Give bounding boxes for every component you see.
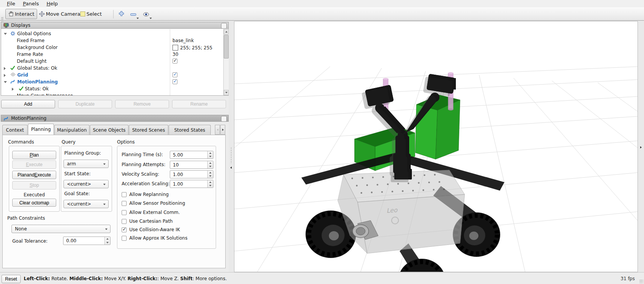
tab-context[interactable]: Context <box>2 125 28 135</box>
motionplanning-panel-titlebar[interactable]: MotionPlanning <box>1 115 229 122</box>
plan-button[interactable]: Plan <box>12 151 56 159</box>
tree-row-global-options[interactable]: Global Options <box>1 30 223 37</box>
tree-row-value[interactable]: 30 <box>172 52 178 57</box>
tab-manipulation[interactable]: Manipulation <box>54 125 89 135</box>
checkbox-allow-external-comm-[interactable]: Allow External Comm. <box>122 210 180 215</box>
tree-row-status-ok[interactable]: Status: Ok <box>1 85 223 92</box>
collapse-right-icon[interactable] <box>640 146 642 149</box>
displays-tree[interactable]: Global OptionsFixed Framebase_linkBackgr… <box>1 29 229 96</box>
panel-splitter[interactable] <box>229 21 234 272</box>
scroll-down-icon[interactable] <box>224 90 229 95</box>
execute-button[interactable]: Execute <box>12 160 56 169</box>
start-state-label: Start State: <box>64 171 91 176</box>
spin-down-icon[interactable] <box>106 242 109 243</box>
checkbox-allow-sensor-positioning[interactable]: Allow Sensor Positioning <box>122 201 185 206</box>
clear-octomap-button[interactable]: Clear octomap <box>12 199 56 207</box>
tool-interact[interactable]: Interact <box>5 9 37 19</box>
goal-state-select[interactable]: <current> <box>63 200 109 208</box>
checkbox-use-collision-aware-ik[interactable]: ✓Use Collision-Aware IK <box>122 227 180 232</box>
right-splitter[interactable] <box>638 21 644 272</box>
checkbox[interactable]: ✓ <box>122 227 127 232</box>
checkbox[interactable]: ✓ <box>172 79 177 84</box>
tree-row-value[interactable]: base_link <box>172 38 194 43</box>
checkbox-allow-approx-ik-solutions[interactable]: Allow Approx IK Solutions <box>122 235 187 241</box>
tool-select[interactable]: Select <box>78 9 104 19</box>
planning-attempts-stepper[interactable]: 10 <box>170 161 213 169</box>
tree-row-motionplanning[interactable]: MotionPlanning✓ <box>1 78 223 85</box>
expander-open-icon[interactable] <box>4 33 7 35</box>
tab-scroll-right-icon[interactable] <box>220 125 225 135</box>
displays-panel-titlebar[interactable]: Displays <box>1 22 229 29</box>
plan-and-execute-button[interactable]: Plan and Execute <box>12 171 56 179</box>
tab-planning[interactable]: Planning <box>28 124 54 135</box>
stepper-arrows[interactable] <box>207 180 213 188</box>
remove-display-button[interactable]: Remove <box>115 100 169 108</box>
planning-time-s-stepper[interactable]: 5.00 <box>170 151 213 159</box>
displays-float-button[interactable] <box>221 23 227 29</box>
tree-row-grid[interactable]: Grid✓ <box>1 72 223 78</box>
tree-row-global-status-ok[interactable]: Global Status: Ok <box>1 65 223 72</box>
stop-button[interactable]: Stop <box>12 181 56 189</box>
checkbox[interactable] <box>122 192 127 197</box>
tree-row-value[interactable]: ✓ <box>172 59 177 64</box>
stepper-arrows[interactable] <box>207 161 213 168</box>
tree-row-value[interactable]: ✓ <box>172 79 177 84</box>
tab-scroll-left-icon[interactable] <box>215 125 220 135</box>
plus-button[interactable] <box>117 10 126 18</box>
stepper-arrows[interactable] <box>207 171 213 178</box>
acceleration-scaling-stepper[interactable]: 1.00 <box>170 180 213 188</box>
collapse-left-icon[interactable] <box>230 166 232 169</box>
reset-button[interactable]: Reset <box>2 275 21 283</box>
hint-text: Rotate. <box>50 276 70 281</box>
tree-row-value[interactable]: ✓ <box>172 72 177 77</box>
tree-row-default-light[interactable]: Default Light✓ <box>1 58 223 65</box>
chevron-down-icon[interactable] <box>150 18 152 19</box>
menu-panels[interactable]: Panels <box>19 0 43 7</box>
tree-row-background-color[interactable]: Background Color255; 255; 255 <box>1 44 223 51</box>
splitter-grip[interactable] <box>1 111 229 113</box>
start-state-select[interactable]: <current> <box>63 180 109 188</box>
checkbox[interactable] <box>122 236 127 241</box>
eye-button[interactable] <box>141 10 151 18</box>
3d-viewport[interactable]: Leo <box>234 21 638 272</box>
tree-row-fixed-frame[interactable]: Fixed Framebase_link <box>1 37 223 44</box>
expander-closed-icon[interactable] <box>12 88 14 91</box>
tab-scene-objects[interactable]: Scene Objects <box>90 125 128 135</box>
tab-stored-scenes[interactable]: Stored Scenes <box>129 125 168 135</box>
checkbox[interactable] <box>122 201 127 206</box>
tab-stored-states[interactable]: Stored States <box>169 125 211 135</box>
scrollbar-thumb[interactable] <box>224 35 229 59</box>
checkbox[interactable] <box>122 210 127 215</box>
checkbox-allow-replanning[interactable]: Allow Replanning <box>122 192 169 197</box>
expander-closed-icon[interactable] <box>4 67 6 70</box>
menu-help[interactable]: Help <box>43 0 62 7</box>
menu-file[interactable]: File <box>3 0 19 7</box>
spin-up-icon[interactable] <box>106 238 109 240</box>
goal-tolerance-stepper[interactable]: 0.00 <box>63 237 111 245</box>
tool-move-camera[interactable]: Move Camera <box>37 9 83 19</box>
checkbox[interactable]: ✓ <box>172 59 177 64</box>
expander-open-icon[interactable] <box>4 81 7 83</box>
minus-button[interactable] <box>128 10 138 18</box>
checkbox[interactable]: ✓ <box>172 72 177 77</box>
rename-display-button[interactable]: Rename <box>172 100 226 108</box>
tree-row-value[interactable]: 255; 255; 255 <box>172 45 212 51</box>
duplicate-display-button[interactable]: Duplicate <box>58 100 112 108</box>
checkbox[interactable] <box>122 219 127 224</box>
tree-row-move-group-namespace[interactable]: Move Group Namespace <box>1 92 223 96</box>
wheel-bottom <box>398 259 446 272</box>
resize-grip[interactable] <box>639 279 643 283</box>
stepper-arrows[interactable] <box>207 151 213 158</box>
planning-group-select[interactable]: arm <box>63 160 109 168</box>
displays-scrollbar[interactable] <box>223 29 229 95</box>
chevron-down-icon[interactable] <box>137 18 139 19</box>
motionplanning-float-button[interactable] <box>221 116 227 122</box>
velocity-scaling-stepper[interactable]: 1.00 <box>170 170 213 178</box>
path-constraints-select[interactable]: None <box>11 225 111 233</box>
add-display-button[interactable]: Add <box>1 100 55 108</box>
scroll-up-icon[interactable] <box>224 29 229 34</box>
expander-closed-icon[interactable] <box>4 74 6 77</box>
tree-row-frame-rate[interactable]: Frame Rate30 <box>1 51 223 58</box>
splitter-grip[interactable] <box>1 96 229 99</box>
checkbox-use-cartesian-path[interactable]: Use Cartesian Path <box>122 219 173 224</box>
